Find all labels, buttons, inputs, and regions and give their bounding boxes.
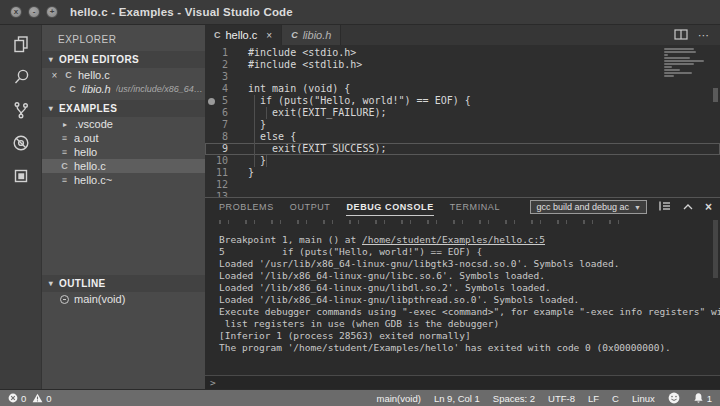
problems-status[interactable]: 0 0 bbox=[8, 393, 52, 404]
tab-libio-h[interactable]: C libio.h bbox=[282, 25, 341, 45]
vscode-window: x - + hello.c - Examples - Visual Studio… bbox=[0, 0, 720, 406]
open-editor-libio-h[interactable]: C libio.h /usr/include/x86_64-linux-gnu.… bbox=[42, 82, 205, 96]
code-editor[interactable]: 1#include <stdio.h> 2#include <stdlib.h>… bbox=[205, 45, 720, 197]
notifications-bell[interactable]: 1 bbox=[693, 392, 712, 404]
c-file-icon: C bbox=[60, 161, 69, 171]
line-number[interactable]: 1 bbox=[205, 47, 235, 59]
clear-console-icon[interactable] bbox=[658, 198, 671, 216]
close-window-button[interactable]: x bbox=[10, 6, 22, 18]
open-editor-label: hello.c bbox=[78, 69, 110, 81]
outline-label: OUTLINE bbox=[59, 278, 106, 289]
open-editors-header[interactable]: ▾ OPEN EDITORS bbox=[42, 51, 205, 68]
examples-label: EXAMPLES bbox=[59, 103, 117, 114]
feedback-smiley-icon[interactable] bbox=[668, 392, 680, 404]
minimize-window-button[interactable]: - bbox=[28, 6, 40, 18]
warning-icon bbox=[32, 393, 43, 403]
console-prompt: > bbox=[210, 377, 216, 388]
debug-console-input[interactable]: > bbox=[205, 375, 720, 389]
source-link[interactable]: /home/student/Examples/hello.c:5 bbox=[362, 234, 545, 245]
open-editor-hello-c[interactable]: × C hello.c bbox=[42, 68, 205, 82]
console-line: Loaded '/lib/x86_64-linux-gnu/libpthread… bbox=[219, 294, 720, 306]
line-number[interactable]: 10 bbox=[205, 155, 235, 167]
error-count: 0 bbox=[21, 393, 26, 404]
eol-indicator[interactable]: LF bbox=[588, 393, 599, 404]
tab-debug-console[interactable]: DEBUG CONSOLE bbox=[346, 198, 433, 216]
tree-item-label: hello.c bbox=[74, 160, 106, 172]
line-number[interactable]: 2 bbox=[205, 59, 235, 71]
console-line-breakpoint: Breakpoint 1, main () at /home/student/E… bbox=[219, 234, 720, 246]
editor-tab-bar: C hello.c × C libio.h ⋯ bbox=[205, 25, 720, 45]
line-number[interactable]: 6 bbox=[205, 107, 235, 119]
minimap[interactable] bbox=[664, 48, 710, 78]
warning-count: 0 bbox=[46, 393, 51, 404]
console-line: The program '/home/student/Examples/hell… bbox=[219, 342, 720, 354]
debug-console-output[interactable]: Breakpoint 1, main () at /home/student/E… bbox=[205, 216, 720, 375]
line-number[interactable]: 8 bbox=[205, 131, 235, 143]
c-file-icon: C bbox=[214, 30, 221, 40]
twistie-icon: ▾ bbox=[46, 55, 56, 64]
tab-output[interactable]: OUTPUT bbox=[290, 198, 331, 216]
code-line-breakpoint: 5 if (puts("Hello, world!") == EOF) { bbox=[205, 95, 720, 107]
language-indicator[interactable]: C bbox=[612, 393, 619, 404]
tab-label: hello.c bbox=[226, 29, 258, 41]
close-panel-icon[interactable]: × bbox=[705, 201, 712, 213]
notification-count: 1 bbox=[707, 393, 712, 404]
maximize-panel-icon[interactable] bbox=[682, 198, 694, 216]
tab-hello-c[interactable]: C hello.c × bbox=[205, 25, 282, 45]
more-actions-icon[interactable]: ⋯ bbox=[698, 29, 710, 42]
code-line: 12 bbox=[205, 179, 720, 191]
debug-session-dropdown[interactable]: gcc build and debug ac ▼ bbox=[530, 200, 647, 214]
open-editor-path: /usr/include/x86_64-linux-gnu... bbox=[116, 84, 205, 94]
tab-terminal[interactable]: TERMINAL bbox=[450, 198, 500, 216]
editor-scrollbar[interactable] bbox=[713, 88, 718, 102]
tree-item-hello[interactable]: ≡ hello bbox=[42, 145, 205, 159]
explorer-icon[interactable] bbox=[10, 33, 32, 55]
cursor-position[interactable]: Ln 9, Col 1 bbox=[434, 393, 480, 404]
line-number[interactable]: 9 bbox=[205, 143, 235, 155]
code-line: 6 exit(EXIT_FAILURE); bbox=[205, 107, 720, 119]
tree-item-a-out[interactable]: ≡ a.out bbox=[42, 131, 205, 145]
tree-item-hello-c[interactable]: C hello.c bbox=[42, 159, 205, 173]
search-icon[interactable] bbox=[10, 66, 32, 88]
outline-header[interactable]: ▾ OUTLINE bbox=[42, 275, 205, 292]
line-number[interactable]: 3 bbox=[205, 71, 235, 83]
code-line: 2#include <stdlib.h> bbox=[205, 59, 720, 71]
tree-item-vscode[interactable]: ▸ .vscode bbox=[42, 117, 205, 131]
indent-guide bbox=[254, 95, 255, 167]
binary-file-icon: ≡ bbox=[60, 147, 69, 157]
indent-guide bbox=[266, 107, 267, 119]
code-text: } bbox=[248, 155, 266, 167]
debug-icon[interactable] bbox=[10, 132, 32, 154]
folder-collapsed-icon: ▸ bbox=[60, 120, 70, 129]
tab-problems[interactable]: PROBLEMS bbox=[219, 198, 274, 216]
outline-item-main[interactable]: main(void) bbox=[42, 292, 205, 306]
panel-scrollbar[interactable] bbox=[713, 220, 718, 278]
code-line: 10 } bbox=[205, 155, 720, 167]
extensions-icon[interactable] bbox=[10, 165, 32, 187]
symbol-indicator[interactable]: main(void) bbox=[377, 393, 421, 404]
close-tab-icon[interactable]: × bbox=[266, 30, 272, 41]
source-control-icon[interactable] bbox=[10, 99, 32, 121]
tree-item-label: a.out bbox=[74, 132, 98, 144]
close-editor-icon[interactable]: × bbox=[50, 70, 59, 81]
maximize-window-button[interactable]: + bbox=[46, 6, 58, 18]
code-line: 4int main (void) { bbox=[205, 83, 720, 95]
code-line: 3 bbox=[205, 71, 720, 83]
split-editor-icon[interactable] bbox=[674, 26, 688, 44]
indentation-indicator[interactable]: Spaces: 2 bbox=[493, 393, 535, 404]
encoding-indicator[interactable]: UTF-8 bbox=[548, 393, 575, 404]
line-number[interactable]: 7 bbox=[205, 119, 235, 131]
console-line: Loaded '/lib/x86_64-linux-gnu/libc.so.6'… bbox=[219, 270, 720, 282]
dropdown-arrow-icon: ▼ bbox=[634, 204, 641, 211]
examples-folder-header[interactable]: ▾ EXAMPLES bbox=[42, 100, 205, 117]
line-number[interactable]: 11 bbox=[205, 167, 235, 179]
indent-guide bbox=[266, 155, 267, 167]
code-text: #include <stdlib.h> bbox=[248, 59, 362, 71]
tree-item-hello-c-backup[interactable]: ≡ hello.c~ bbox=[42, 173, 205, 187]
line-number[interactable]: 4 bbox=[205, 83, 235, 95]
code-line: 11} bbox=[205, 167, 720, 179]
console-line: Loaded '/lib/x86_64-linux-gnu/libdl.so.2… bbox=[219, 282, 720, 294]
line-number[interactable]: 12 bbox=[205, 179, 235, 191]
bottom-panel: PROBLEMS OUTPUT DEBUG CONSOLE TERMINAL g… bbox=[205, 197, 720, 389]
breakpoint-icon[interactable] bbox=[208, 98, 215, 105]
